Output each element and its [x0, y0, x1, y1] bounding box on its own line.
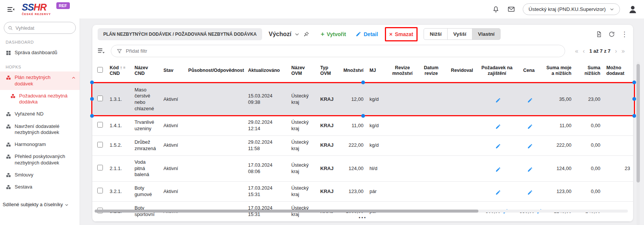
- column-header-aktualizovano[interactable]: Aktualizováno: [245, 59, 288, 83]
- edit-pozadavek-pencil-icon[interactable]: [495, 167, 501, 172]
- toggle-nizsi[interactable]: Nižší: [424, 28, 448, 40]
- vertical-scrollbar[interactable]: [636, 62, 640, 225]
- topbar: SSHR ČESKÉ REZERVY REF Ústecký kraj (PND…: [0, 0, 644, 18]
- chevron-down-icon: [65, 203, 69, 207]
- view-selector[interactable]: Výchozí: [268, 31, 291, 38]
- cell-suma-nizsich: 0,00: [575, 155, 603, 182]
- column-header-nazev[interactable]: Název CND: [131, 59, 160, 83]
- table-row[interactable]: 1.3.1. Maso čerstvé nebo chlazené Aktivn…: [92, 83, 633, 116]
- row-checkbox[interactable]: [97, 122, 103, 128]
- table-settings-icon[interactable]: [97, 47, 106, 55]
- cell-kod: 3.2.1.: [107, 182, 131, 202]
- cell-mnozstvi: 222,00: [340, 135, 366, 155]
- column-menu-icon[interactable]: ≡: [123, 65, 125, 70]
- table-row[interactable]: 2.1.1. Voda pitná balená Aktivní 17.03.2…: [92, 155, 633, 182]
- cell-mnozstvi: 124,00: [340, 155, 366, 182]
- export-icon[interactable]: [596, 31, 602, 38]
- expand-rows-handle[interactable]: •••: [359, 215, 367, 220]
- sidebar-item-smlouvy[interactable]: Smlouvy: [0, 169, 80, 181]
- column-header-stav[interactable]: Stav: [160, 59, 185, 83]
- column-header-cena[interactable]: Cena: [516, 59, 541, 83]
- column-header-pozadavek[interactable]: Požadavek na zajištění: [477, 59, 516, 83]
- last-page-button[interactable]: »: [621, 48, 625, 54]
- column-header-typ-ovm[interactable]: Typ OVM: [317, 59, 340, 83]
- sort-asc-icon[interactable]: ↑: [120, 65, 122, 71]
- edit-cena-pencil-icon[interactable]: [527, 124, 533, 129]
- column-header-revize[interactable]: Revize množství: [389, 59, 416, 83]
- sidebar-item-sdilene-subjekty[interactable]: Sdílené subjekty a číselníky: [0, 198, 80, 211]
- edit-pozadavek-pencil-icon[interactable]: [495, 124, 501, 129]
- sidebar-item-vyrazene-nd[interactable]: Vyřazené ND: [0, 108, 80, 120]
- horizontal-scrollbar[interactable]: [95, 210, 628, 213]
- messages-envelope-icon[interactable]: [507, 5, 515, 13]
- edit-pozadavek-pencil-icon[interactable]: [495, 97, 501, 103]
- vertical-scrollbar-thumb[interactable]: [636, 64, 640, 182]
- sidebar-item-prehled-poskytovanych[interactable]: Přehled poskytovaných nezbytných dodávek: [0, 151, 80, 169]
- row-checkbox[interactable]: [97, 142, 103, 147]
- cell-pozadavek: [477, 116, 516, 136]
- row-checkbox[interactable]: [97, 96, 103, 101]
- edit-cena-pencil-icon[interactable]: [527, 97, 533, 103]
- search-input[interactable]: [15, 25, 72, 31]
- cell-pusobnost: [185, 155, 245, 182]
- row-checkbox[interactable]: [97, 188, 103, 193]
- column-header-datum-revize[interactable]: Datum revize: [416, 59, 446, 83]
- supplies-icon: [6, 111, 11, 117]
- select-all-checkbox[interactable]: [97, 67, 103, 73]
- menu-icon[interactable]: [6, 5, 16, 14]
- sidebar-item-pozadovana-nezbytna-dodavka[interactable]: Požadovaná nezbytná dodávka: [0, 90, 80, 108]
- edit-cena-pencil-icon[interactable]: [527, 190, 533, 195]
- next-page-button[interactable]: ›: [615, 48, 617, 54]
- toggle-vlastni[interactable]: Vlastní: [472, 28, 501, 40]
- search-icon: [8, 25, 13, 31]
- cell-pozadavek: [477, 155, 516, 182]
- edit-cena-pencil-icon[interactable]: [527, 167, 533, 172]
- cell-revidoval: [446, 135, 477, 155]
- column-header-mj[interactable]: MJ: [366, 59, 389, 83]
- main-area: PLÁN NEZBYTNÝCH DODÁVEK / POŽADOVANÁ NEZ…: [80, 18, 644, 225]
- org-selector[interactable]: Ústecký kraj (PND.KU.Supervizor): [523, 3, 620, 15]
- sidebar-item-sestava[interactable]: Sestava: [0, 181, 80, 193]
- prev-page-button[interactable]: ‹: [583, 48, 585, 54]
- delete-button[interactable]: × Smazat: [389, 31, 413, 37]
- edit-pozadavek-pencil-icon[interactable]: [495, 190, 501, 195]
- sidebar-item-harmonogram[interactable]: Harmonogram: [0, 138, 80, 151]
- edit-cena-pencil-icon[interactable]: [527, 143, 533, 149]
- sidebar-item-sprava-dashboardu[interactable]: Správa dashboardů: [0, 47, 80, 59]
- detail-button[interactable]: Detail: [356, 31, 378, 37]
- column-header-mnozstvi[interactable]: Množství: [340, 59, 366, 83]
- sidebar-item-navrzeni-dodavatele[interactable]: Navržení dodavatelé nezbytných dodávek: [0, 120, 80, 139]
- cell-aktualizovano: 29.02.2024 11:58: [245, 135, 288, 155]
- column-header-suma-moje[interactable]: Suma moje a nižších: [541, 59, 575, 83]
- column-header-kod[interactable]: Kód↑≡ CND: [107, 59, 131, 83]
- scope-toggle-group: Nižší Vyšší Vlastní: [424, 28, 501, 40]
- refresh-icon[interactable]: [608, 31, 615, 38]
- first-page-button[interactable]: «: [575, 48, 578, 54]
- column-header-pusobnost[interactable]: Působnost/Odpovědnost: [185, 59, 245, 83]
- column-header-suma-nizsich[interactable]: Suma nižších: [575, 59, 603, 83]
- toggle-vyssi[interactable]: Vyšší: [447, 28, 472, 40]
- cell-cena: [516, 116, 541, 136]
- column-header-mozno[interactable]: Možno dodavat: [603, 59, 633, 83]
- cell-checkbox: [92, 83, 107, 116]
- edit-pozadavek-pencil-icon[interactable]: [495, 143, 501, 149]
- table-row[interactable]: 1.4.1. Trvanlivé uzeniny Aktivní 29.02.2…: [92, 116, 633, 136]
- column-header-revidoval[interactable]: Revidoval: [446, 59, 477, 83]
- kebab-menu-icon[interactable]: ⋮: [621, 31, 628, 38]
- column-header-nazev-ovm[interactable]: Název OVM: [288, 59, 317, 83]
- filterbar: Přidat filtr « ‹ 1 až 7 z 7 › »: [92, 43, 633, 59]
- table-row[interactable]: 1.5.2. Drůbež zmrazená Aktivní 29.02.202…: [92, 135, 633, 155]
- create-button[interactable]: + Vytvořit: [321, 31, 346, 37]
- pin-icon[interactable]: [303, 31, 309, 37]
- horizontal-scrollbar-thumb[interactable]: [95, 210, 478, 213]
- data-table: Kód↑≡ CND Název CND Stav Působnost/Odpov…: [92, 59, 633, 222]
- cell-kod: 1.4.1.: [107, 116, 131, 136]
- sidebar-item-plan-nezbytnych-dodavek[interactable]: Plán nezbytných dodávek: [0, 71, 80, 90]
- row-checkbox[interactable]: [97, 165, 103, 170]
- chevron-down-icon[interactable]: [294, 32, 300, 37]
- add-filter-input[interactable]: Přidat filtr: [111, 45, 565, 57]
- supplies-icon: [6, 142, 11, 147]
- table-row[interactable]: 3.2.1. Boty gumové Aktivní 17.03.2024 15…: [92, 182, 633, 202]
- notifications-bell-icon[interactable]: [492, 5, 500, 13]
- user-avatar[interactable]: [627, 4, 638, 15]
